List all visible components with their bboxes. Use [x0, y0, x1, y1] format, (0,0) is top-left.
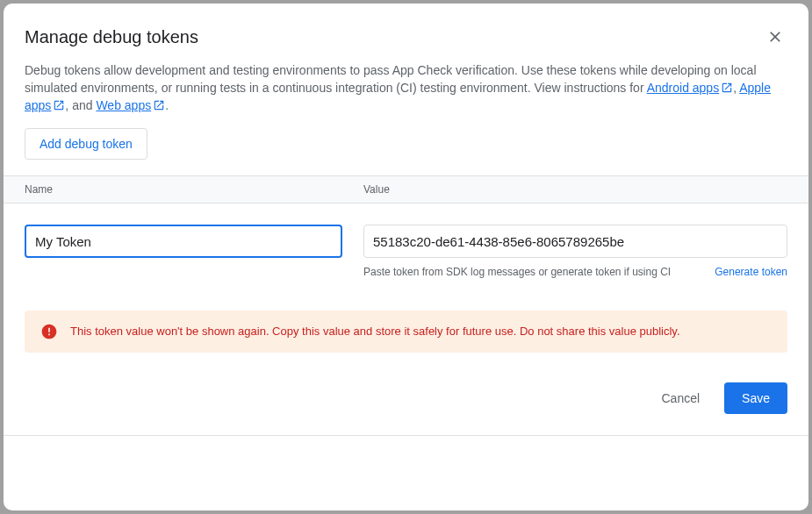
cancel-button[interactable]: Cancel	[643, 382, 717, 414]
generate-token-button[interactable]: Generate token	[715, 266, 787, 278]
value-helper-text: Paste token from SDK log messages or gen…	[363, 265, 671, 279]
error-icon	[40, 323, 58, 340]
warning-text: This token value won't be shown again. C…	[70, 324, 680, 339]
table-header: Name Value	[4, 175, 808, 203]
token-form-row: Paste token from SDK log messages or gen…	[4, 203, 808, 279]
android-apps-link[interactable]: Android apps	[647, 81, 734, 95]
value-field: Paste token from SDK log messages or gen…	[363, 225, 787, 279]
column-header-name: Name	[25, 183, 363, 196]
dialog-title: Manage debug tokens	[25, 25, 198, 49]
dialog-footer: Cancel Save	[4, 353, 808, 436]
token-name-input[interactable]	[25, 225, 342, 258]
column-header-value: Value	[363, 183, 787, 196]
web-apps-link[interactable]: Web apps	[96, 98, 165, 112]
dialog-description: Debug tokens allow development and testi…	[25, 61, 787, 114]
external-link-icon	[153, 99, 165, 111]
name-field	[25, 225, 342, 258]
token-value-input[interactable]	[363, 225, 787, 258]
close-icon	[766, 28, 784, 46]
external-link-icon	[53, 99, 65, 111]
manage-debug-tokens-dialog: Manage debug tokens Debug tokens allow d…	[4, 4, 808, 510]
warning-banner: This token value won't be shown again. C…	[25, 311, 787, 353]
external-link-icon	[721, 82, 733, 94]
dialog-header: Manage debug tokens Debug tokens allow d…	[4, 4, 808, 114]
add-debug-token-button[interactable]: Add debug token	[25, 128, 147, 160]
close-button[interactable]	[763, 25, 787, 49]
save-button[interactable]: Save	[724, 382, 787, 414]
